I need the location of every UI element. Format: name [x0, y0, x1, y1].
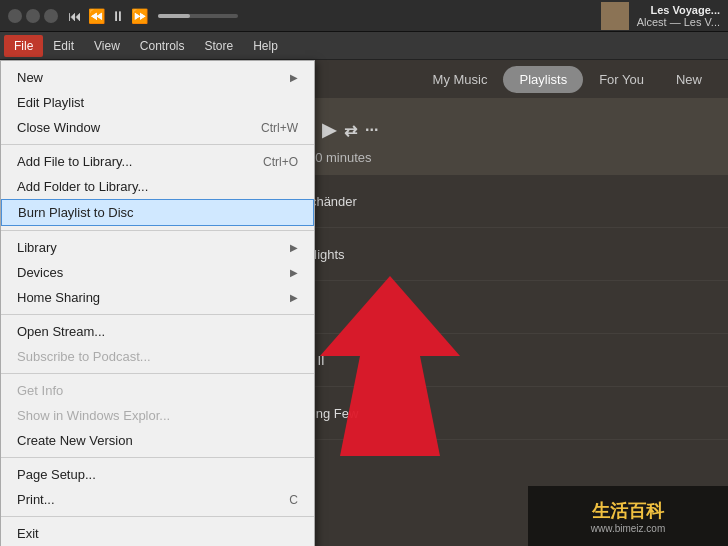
menu-library[interactable]: Library ▶ — [1, 235, 314, 260]
shuffle-icon[interactable] — [344, 121, 357, 140]
track-title: Les Voyage... — [637, 4, 720, 16]
menu-print[interactable]: Print... C — [1, 487, 314, 512]
tab-new[interactable]: New — [660, 66, 718, 93]
edit-playlist-label: Edit Playlist — [17, 95, 84, 110]
add-file-shortcut: Ctrl+O — [263, 155, 298, 169]
menu-new[interactable]: New ▶ — [1, 65, 314, 90]
add-folder-label: Add Folder to Library... — [17, 179, 148, 194]
file-dropdown-menu: New ▶ Edit Playlist Close Window Ctrl+W … — [0, 60, 315, 546]
open-stream-label: Open Stream... — [17, 324, 105, 339]
track-artist: Alcest — Les V... — [637, 16, 720, 28]
menu-file[interactable]: File — [4, 35, 43, 57]
menu-burn-playlist[interactable]: Burn Playlist to Disc — [1, 199, 314, 226]
close-button[interactable] — [44, 9, 58, 23]
window-controls — [8, 9, 58, 23]
menu-controls[interactable]: Controls — [130, 35, 195, 57]
devices-label: Devices — [17, 265, 63, 280]
menu-open-stream[interactable]: Open Stream... — [1, 319, 314, 344]
rewind-button[interactable]: ⏮ — [68, 8, 82, 24]
menu-edit[interactable]: Edit — [43, 35, 84, 57]
show-explorer-label: Show in Windows Explor... — [17, 408, 170, 423]
progress-fill — [158, 14, 190, 18]
menu-get-info: Get Info — [1, 378, 314, 403]
create-version-label: Create New Version — [17, 433, 133, 448]
devices-arrow-icon: ▶ — [290, 267, 298, 278]
add-file-label: Add File to Library... — [17, 154, 132, 169]
menu-view[interactable]: View — [84, 35, 130, 57]
exit-label: Exit — [17, 526, 39, 541]
watermark: 生活百科 www.bimeiz.com — [528, 486, 728, 546]
sep3 — [1, 314, 314, 315]
menu-create-version[interactable]: Create New Version — [1, 428, 314, 453]
menu-new-label: New — [17, 70, 43, 85]
subscribe-podcast-label: Subscribe to Podcast... — [17, 349, 151, 364]
watermark-url: www.bimeiz.com — [591, 523, 665, 534]
now-playing: Les Voyage... Alcest — Les V... — [601, 2, 720, 30]
sep2 — [1, 230, 314, 231]
menu-help[interactable]: Help — [243, 35, 288, 57]
sep5 — [1, 457, 314, 458]
menu-home-sharing[interactable]: Home Sharing ▶ — [1, 285, 314, 310]
sep4 — [1, 373, 314, 374]
print-shortcut: C — [289, 493, 298, 507]
play-pause-button[interactable]: ⏸ — [111, 8, 125, 24]
menu-add-folder[interactable]: Add Folder to Library... — [1, 174, 314, 199]
play-icon[interactable] — [322, 119, 336, 141]
menu-add-file[interactable]: Add File to Library... Ctrl+O — [1, 149, 314, 174]
next-button[interactable]: ⏩ — [131, 8, 148, 24]
minimize-button[interactable] — [8, 9, 22, 23]
get-info-label: Get Info — [17, 383, 63, 398]
close-window-shortcut: Ctrl+W — [261, 121, 298, 135]
watermark-chinese: 生活百科 — [592, 499, 664, 523]
title-bar: ⏮ ⏪ ⏸ ⏩ Les Voyage... Alcest — Les V... — [0, 0, 728, 32]
menu-store[interactable]: Store — [195, 35, 244, 57]
library-arrow-icon: ▶ — [290, 242, 298, 253]
close-window-label: Close Window — [17, 120, 100, 135]
burn-playlist-label: Burn Playlist to Disc — [18, 205, 134, 220]
maximize-button[interactable] — [26, 9, 40, 23]
home-sharing-label: Home Sharing — [17, 290, 100, 305]
tab-my-music[interactable]: My Music — [417, 66, 504, 93]
menu-page-setup[interactable]: Page Setup... — [1, 462, 314, 487]
prev-button[interactable]: ⏪ — [88, 8, 105, 24]
sep6 — [1, 516, 314, 517]
more-options-icon[interactable] — [365, 121, 378, 139]
transport-controls: ⏮ ⏪ ⏸ ⏩ — [68, 8, 148, 24]
print-label: Print... — [17, 492, 55, 507]
menu-close-window[interactable]: Close Window Ctrl+W — [1, 115, 314, 140]
playlist-controls — [322, 119, 378, 141]
new-arrow-icon: ▶ — [290, 72, 298, 83]
menu-bar: File Edit View Controls Store Help New ▶… — [0, 32, 728, 60]
album-art-thumbnail — [601, 2, 629, 30]
menu-exit[interactable]: Exit — [1, 521, 314, 546]
menu-devices[interactable]: Devices ▶ — [1, 260, 314, 285]
menu-show-explorer: Show in Windows Explor... — [1, 403, 314, 428]
tab-playlists[interactable]: Playlists — [503, 66, 583, 93]
menu-subscribe-podcast: Subscribe to Podcast... — [1, 344, 314, 369]
library-label: Library — [17, 240, 57, 255]
sep1 — [1, 144, 314, 145]
progress-bar[interactable] — [158, 14, 238, 18]
page-setup-label: Page Setup... — [17, 467, 96, 482]
home-sharing-arrow-icon: ▶ — [290, 292, 298, 303]
menu-edit-playlist[interactable]: Edit Playlist — [1, 90, 314, 115]
now-playing-info: Les Voyage... Alcest — Les V... — [637, 4, 720, 28]
tab-for-you[interactable]: For You — [583, 66, 660, 93]
